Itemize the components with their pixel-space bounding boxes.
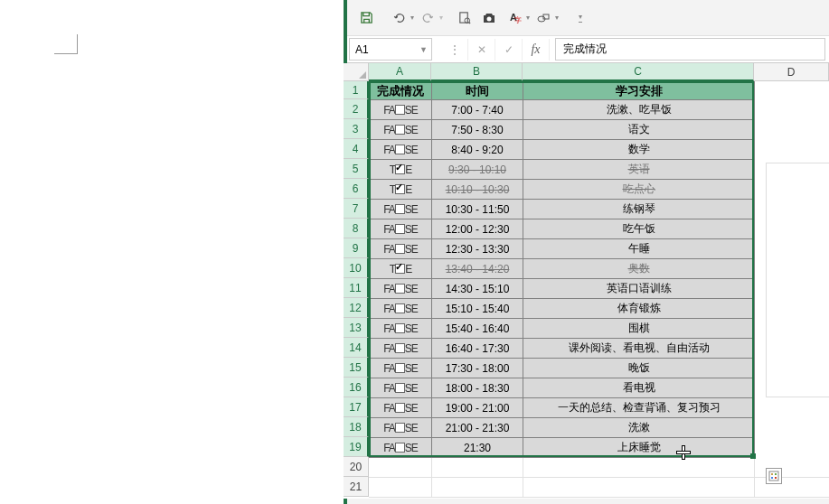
row-header-19[interactable]: 19 bbox=[344, 437, 369, 457]
row-header-21[interactable]: 21 bbox=[344, 477, 369, 497]
completion-cell[interactable]: FASE bbox=[370, 359, 432, 378]
task-cell[interactable]: 上床睡觉 bbox=[523, 438, 755, 458]
customize-qat-dropdown[interactable]: ▾ bbox=[579, 13, 582, 23]
completion-cell[interactable]: FASE bbox=[370, 219, 432, 239]
time-cell[interactable]: 9:30 - 10:10 bbox=[432, 160, 523, 180]
time-cell[interactable]: 16:40 - 17:30 bbox=[432, 339, 523, 359]
row-header-12[interactable]: 12 bbox=[344, 298, 369, 318]
row-header-7[interactable]: 7 bbox=[344, 199, 369, 219]
row-header-13[interactable]: 13 bbox=[344, 318, 369, 338]
checkbox[interactable] bbox=[395, 224, 405, 234]
time-cell[interactable]: 10:10 - 10:30 bbox=[432, 180, 523, 200]
time-cell[interactable]: 15:10 - 15:40 bbox=[432, 299, 523, 319]
formula-input[interactable]: 完成情况 bbox=[555, 38, 825, 61]
task-cell[interactable]: 数学 bbox=[523, 140, 755, 160]
select-all-cell[interactable] bbox=[344, 63, 369, 81]
camera-button[interactable] bbox=[477, 6, 501, 30]
task-cell[interactable]: 洗漱、吃早饭 bbox=[523, 100, 755, 120]
row-header-8[interactable]: 8 bbox=[344, 219, 369, 238]
time-cell[interactable]: 17:30 - 18:00 bbox=[432, 359, 523, 378]
checkbox[interactable] bbox=[395, 284, 405, 294]
time-cell[interactable]: 21:30 bbox=[432, 438, 523, 458]
task-cell[interactable]: 洗漱 bbox=[523, 418, 755, 438]
checkbox[interactable] bbox=[395, 323, 405, 333]
completion-cell[interactable]: TE bbox=[370, 259, 432, 279]
completion-cell[interactable]: TE bbox=[370, 180, 432, 200]
checkbox[interactable] bbox=[395, 403, 405, 413]
completion-cell[interactable]: FASE bbox=[370, 239, 432, 259]
column-header-c[interactable]: C bbox=[523, 63, 754, 81]
checkbox[interactable] bbox=[395, 383, 405, 393]
checkbox[interactable] bbox=[395, 363, 405, 373]
column-header-b[interactable]: B bbox=[431, 63, 523, 81]
row-header-9[interactable]: 9 bbox=[344, 238, 369, 258]
font-color-button[interactable]: A字 bbox=[503, 6, 526, 30]
accept-formula-button[interactable]: ✓ bbox=[495, 39, 523, 61]
completion-cell[interactable]: FASE bbox=[370, 140, 432, 160]
completion-cell[interactable]: FASE bbox=[370, 378, 432, 398]
time-cell[interactable]: 8:40 - 9:20 bbox=[432, 140, 523, 160]
row-header-15[interactable]: 15 bbox=[344, 358, 369, 378]
task-cell[interactable]: 练钢琴 bbox=[523, 200, 755, 219]
checkbox[interactable] bbox=[395, 125, 405, 135]
checkbox[interactable] bbox=[395, 145, 405, 154]
row-header-3[interactable]: 3 bbox=[344, 119, 369, 139]
task-cell[interactable]: 围棋 bbox=[523, 319, 755, 339]
task-cell[interactable]: 体育锻炼 bbox=[523, 299, 755, 319]
checkbox[interactable] bbox=[395, 164, 405, 174]
task-cell[interactable]: 语文 bbox=[523, 120, 755, 140]
task-cell[interactable]: 吃点心 bbox=[523, 180, 755, 200]
task-cell[interactable]: 吃午饭 bbox=[523, 219, 755, 239]
header-completion[interactable]: 完成情况 bbox=[370, 82, 432, 100]
row-header-5[interactable]: 5 bbox=[344, 159, 369, 179]
time-cell[interactable]: 21:00 - 21:30 bbox=[432, 418, 523, 438]
checkbox[interactable] bbox=[395, 264, 405, 274]
column-header-a[interactable]: A bbox=[369, 63, 431, 81]
checkbox[interactable] bbox=[395, 105, 405, 115]
completion-cell[interactable]: FASE bbox=[370, 319, 432, 339]
task-cell[interactable]: 看电视 bbox=[523, 378, 755, 398]
completion-cell[interactable]: FASE bbox=[370, 120, 432, 140]
header-task[interactable]: 学习安排 bbox=[523, 82, 755, 100]
task-cell[interactable]: 午睡 bbox=[523, 239, 755, 259]
time-cell[interactable]: 10:30 - 11:50 bbox=[432, 200, 523, 219]
redo-button[interactable] bbox=[416, 6, 439, 30]
completion-cell[interactable]: TE bbox=[370, 160, 432, 180]
redo-dropdown[interactable]: ▾ bbox=[439, 14, 443, 22]
undo-dropdown[interactable]: ▾ bbox=[410, 14, 414, 22]
checkbox[interactable] bbox=[395, 303, 405, 313]
row-header-10[interactable]: 10 bbox=[344, 258, 369, 278]
completion-cell[interactable]: FASE bbox=[370, 279, 432, 299]
row-header-11[interactable]: 11 bbox=[344, 278, 369, 298]
completion-cell[interactable]: FASE bbox=[370, 299, 432, 319]
row-header-17[interactable]: 17 bbox=[344, 397, 369, 417]
time-cell[interactable]: 14:30 - 15:10 bbox=[432, 279, 523, 299]
shapes-button[interactable] bbox=[532, 6, 555, 30]
completion-cell[interactable]: FASE bbox=[370, 418, 432, 438]
completion-cell[interactable]: FASE bbox=[370, 339, 432, 359]
task-cell[interactable]: 一天的总结、检查背诵、复习预习 bbox=[523, 398, 755, 418]
row-header-2[interactable]: 2 bbox=[344, 99, 369, 119]
checkbox[interactable] bbox=[395, 204, 405, 214]
completion-cell[interactable]: FASE bbox=[370, 438, 432, 458]
font-color-dropdown[interactable]: ▾ bbox=[526, 14, 530, 22]
row-header-20[interactable]: 20 bbox=[344, 457, 369, 477]
row-header-1[interactable]: 1 bbox=[344, 81, 369, 99]
name-box[interactable]: A1 ▼ bbox=[349, 38, 432, 61]
checkbox[interactable] bbox=[395, 443, 405, 453]
task-cell[interactable]: 课外阅读、看电视、自由活动 bbox=[523, 339, 755, 359]
name-box-dropdown[interactable]: ▼ bbox=[419, 45, 428, 54]
checkbox[interactable] bbox=[395, 343, 405, 353]
time-cell[interactable]: 12:00 - 12:30 bbox=[432, 219, 523, 239]
insert-function-button[interactable]: fx bbox=[523, 39, 550, 61]
time-cell[interactable]: 12:30 - 13:30 bbox=[432, 239, 523, 259]
row-header-4[interactable]: 4 bbox=[344, 139, 369, 159]
time-cell[interactable]: 7:00 - 7:40 bbox=[432, 100, 523, 120]
task-cell[interactable]: 奥数 bbox=[523, 259, 755, 279]
completion-cell[interactable]: FASE bbox=[370, 398, 432, 418]
task-cell[interactable]: 英语口语训练 bbox=[523, 279, 755, 299]
shapes-dropdown[interactable]: ▾ bbox=[555, 14, 559, 22]
row-header-14[interactable]: 14 bbox=[344, 338, 369, 358]
time-cell[interactable]: 18:00 - 18:30 bbox=[432, 378, 523, 398]
spreadsheet-grid[interactable]: ABCD 123456789101112131415161718192021 完… bbox=[344, 63, 829, 499]
